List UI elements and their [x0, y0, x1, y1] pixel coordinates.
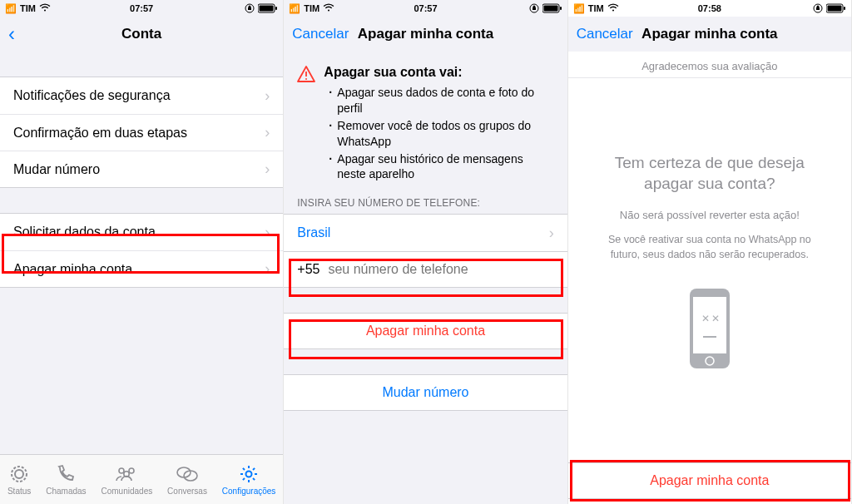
status-bar: 📶 TIM 07:57 [284, 0, 567, 17]
chats-icon [176, 463, 198, 485]
phone-input[interactable] [328, 262, 553, 277]
screen-delete-form: 📶 TIM 07:57 Cancelar Apagar minha conta … [284, 0, 567, 504]
country-label: Brasil [297, 225, 330, 240]
phone-prefix: +55 [297, 262, 320, 277]
page-title: Apagar minha conta [358, 26, 493, 42]
tab-label: Configurações [222, 487, 275, 496]
page-title: Conta [121, 26, 161, 42]
button-label: Apagar minha conta [650, 473, 769, 488]
warning-item: Remover você de todos os grupos do Whats… [329, 118, 553, 150]
phone-dead-icon: ✕ ✕ [686, 287, 733, 373]
tab-calls[interactable]: Chamadas [46, 463, 86, 496]
status-icon [9, 463, 29, 485]
cancel-label: Cancelar [577, 26, 633, 42]
orientation-lock-icon [529, 3, 539, 13]
thanks-label: Agradecemos sua avaliação [568, 52, 851, 78]
cell-label: Notificações de segurança [13, 88, 171, 103]
chevron-right-icon: › [549, 225, 554, 242]
screen-confirm-delete: 📶 TIM 07:58 Cancelar Apagar minha conta … [568, 0, 852, 504]
wifi-icon [323, 3, 334, 13]
cancel-button[interactable]: Cancelar [577, 26, 633, 42]
tab-communities[interactable]: Comunidades [101, 463, 152, 496]
svg-point-4 [12, 467, 27, 482]
svg-point-11 [246, 472, 252, 477]
tab-label: Comunidades [101, 487, 152, 496]
svg-rect-3 [275, 7, 277, 10]
delete-account-button[interactable]: Apagar minha conta [568, 462, 851, 499]
cell-label: Apagar minha conta [13, 262, 132, 277]
nav-bar: ‹ Conta [0, 17, 283, 52]
signal-icon: 📶 [573, 3, 585, 14]
cell-label: Mudar número [13, 162, 100, 177]
phone-icon [56, 463, 76, 485]
wifi-icon [607, 3, 619, 13]
cell-two-step[interactable]: Confirmação em duas etapas › [0, 114, 283, 151]
cell-security-notifications[interactable]: Notificações de segurança › [0, 77, 283, 114]
nav-bar: Cancelar Apagar minha conta [284, 17, 567, 52]
warning-item: Apagar seus dados de conta e foto do per… [329, 85, 553, 116]
svg-text:✕: ✕ [701, 313, 710, 324]
svg-rect-20 [827, 6, 841, 12]
warning-list: Apagar seus dados de conta e foto do per… [324, 85, 553, 182]
communities-icon [115, 463, 138, 485]
orientation-lock-icon [813, 3, 823, 13]
cell-label: Solicitar dados da conta [13, 225, 156, 240]
svg-point-7 [129, 468, 134, 473]
svg-rect-21 [844, 7, 845, 10]
tab-status[interactable]: Status [7, 463, 31, 496]
confirm-question: Tem certeza de que deseja apagar sua con… [593, 153, 826, 194]
cell-country[interactable]: Brasil › [284, 215, 567, 251]
svg-rect-23 [693, 297, 726, 353]
chevron-right-icon: › [265, 124, 270, 141]
warning-title: Apagar sua conta vai: [324, 65, 553, 80]
carrier-label: TIM [20, 3, 36, 13]
status-bar: 📶 TIM 07:57 [0, 0, 283, 17]
warning-triangle-icon [297, 65, 315, 184]
cell-delete-account[interactable]: Apagar minha conta › [0, 250, 283, 287]
gear-icon [239, 463, 259, 485]
chevron-right-icon: › [265, 87, 270, 105]
chevron-right-icon: › [265, 161, 270, 178]
clock-label: 07:57 [130, 3, 153, 13]
back-button[interactable]: ‹ [8, 24, 15, 44]
svg-rect-2 [260, 6, 274, 12]
battery-icon [258, 3, 278, 13]
svg-text:✕: ✕ [711, 313, 720, 324]
signal-icon: 📶 [5, 3, 17, 14]
chevron-left-icon: ‹ [8, 24, 15, 44]
data-loss-label: Se você reativar sua conta no WhatsApp n… [593, 233, 826, 262]
cancel-button[interactable]: Cancelar [292, 26, 349, 42]
carrier-label: TIM [304, 3, 320, 13]
cell-label: Confirmação em duas etapas [13, 126, 187, 141]
status-bar: 📶 TIM 07:58 [568, 0, 851, 17]
chevron-right-icon: › [265, 224, 270, 241]
tab-label: Chamadas [46, 487, 86, 496]
battery-icon [826, 3, 846, 13]
section-header-phone: INSIRA SEU NÚMERO DE TELEFONE: [284, 190, 567, 214]
tab-bar: Status Chamadas Comunidades Conversas Co… [0, 454, 283, 504]
cell-request-data[interactable]: Solicitar dados da conta › [0, 214, 283, 250]
tab-chats[interactable]: Conversas [167, 463, 207, 496]
screen-account: 📶 TIM 07:57 ‹ Conta Notificações de segu… [0, 0, 284, 504]
page-title: Apagar minha conta [641, 26, 777, 42]
warning-block: Apagar sua conta vai: Apagar seus dados … [284, 52, 567, 190]
clock-label: 07:58 [698, 3, 721, 13]
tab-label: Conversas [167, 487, 207, 496]
phone-input-row[interactable]: +55 [284, 251, 567, 288]
battery-icon [542, 3, 562, 13]
button-label: Mudar número [382, 385, 468, 400]
svg-point-5 [15, 470, 23, 478]
change-number-button[interactable]: Mudar número [284, 374, 567, 411]
carrier-label: TIM [588, 3, 604, 13]
svg-rect-14 [543, 6, 557, 12]
tab-settings[interactable]: Configurações [222, 463, 275, 496]
delete-account-button[interactable]: Apagar minha conta [284, 313, 567, 349]
nav-bar: Cancelar Apagar minha conta [568, 17, 851, 52]
button-label: Apagar minha conta [366, 324, 485, 338]
cancel-label: Cancelar [292, 26, 349, 42]
warning-item: Apagar seu histórico de mensagens neste … [329, 151, 553, 183]
orientation-lock-icon [245, 3, 255, 13]
chevron-right-icon: › [265, 260, 270, 278]
cell-change-number[interactable]: Mudar número › [0, 151, 283, 187]
signal-icon: 📶 [289, 3, 300, 14]
